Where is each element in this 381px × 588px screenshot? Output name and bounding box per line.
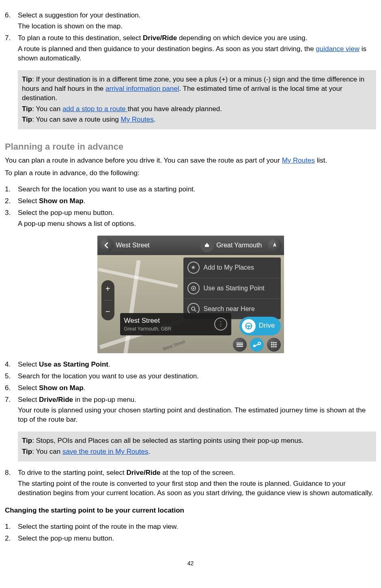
list-marker: 1.	[5, 522, 18, 532]
device-screenshot: West Street West Street Great Yarmouth +…	[97, 236, 284, 353]
more-icon[interactable]: ⋮	[214, 318, 227, 330]
zoom-out-icon[interactable]: −	[105, 306, 110, 317]
step-text: Search for the location you want to use …	[18, 185, 376, 194]
tip-box: Tip: Stops, POIs and Places can all be s…	[18, 431, 376, 461]
svg-point-20	[275, 344, 277, 346]
step-list-b-bottom: 8. To drive to the starting point, selec…	[5, 468, 376, 498]
svg-line-5	[194, 310, 196, 311]
apps-button[interactable]	[267, 338, 281, 352]
menu-add-to-places[interactable]: ★ Add to My Places	[183, 258, 281, 278]
device-topbar: West Street Great Yarmouth	[97, 236, 284, 255]
step-subtext: A route is planned and then guidance to …	[18, 45, 376, 63]
location-card[interactable]: West Street Great Yarmouth, GBR ⋮	[120, 313, 231, 335]
list-marker: 4.	[5, 360, 18, 369]
step-text: To plan a route to this destination, sel…	[18, 34, 376, 43]
step-list-b-mid: 4. Select Use as Starting Point. 5. Sear…	[5, 360, 376, 425]
zoom-control[interactable]: + −	[101, 280, 114, 320]
steering-icon	[242, 319, 256, 333]
add-stop-link[interactable]: add a stop to a route	[62, 105, 128, 113]
topbar-title-left: West Street	[116, 241, 150, 250]
svg-point-17	[275, 342, 277, 343]
drive-button[interactable]: Drive	[239, 317, 281, 335]
save-route-link[interactable]: save the route in My Routes	[62, 448, 149, 455]
subsection-title: Changing the starting point to be your c…	[5, 506, 376, 515]
list-marker: 3.	[5, 208, 18, 218]
step-text: Select Use as Starting Point.	[18, 360, 376, 369]
menu-use-as-starting-point[interactable]: Use as Starting Point	[183, 278, 281, 299]
list-marker: 6.	[5, 11, 18, 20]
step-subtext: A pop-up menu shows a list of options.	[18, 219, 376, 229]
svg-point-22	[273, 346, 275, 348]
svg-point-15	[271, 342, 273, 343]
step-subtext: The starting point of the route is conve…	[18, 479, 376, 498]
svg-point-18	[271, 344, 273, 346]
card-title: West Street	[124, 316, 211, 326]
step-text: Select Drive/Ride in the pop-up menu.	[18, 395, 376, 405]
section-intro: You can plan a route in advance before y…	[5, 156, 376, 165]
list-marker: 1.	[5, 185, 18, 194]
list-marker: 5.	[5, 372, 18, 381]
list-marker: 7.	[5, 395, 18, 405]
step-text: Select Show on Map.	[18, 197, 376, 206]
menu-button[interactable]	[233, 338, 247, 352]
step-list-c: 1. Select the starting point of the rout…	[5, 522, 376, 543]
step-text: To drive to the starting point, select D…	[18, 468, 376, 478]
step-text: Search for the location you want to use …	[18, 372, 376, 381]
svg-point-23	[275, 346, 277, 348]
svg-point-21	[271, 346, 273, 348]
my-routes-section-link[interactable]: My Routes	[282, 157, 315, 164]
svg-point-4	[192, 307, 195, 310]
svg-point-3	[193, 288, 194, 289]
section-lead: To plan a route in advance, do the follo…	[5, 169, 376, 178]
compass-button[interactable]	[268, 238, 282, 252]
my-routes-link[interactable]: My Routes	[121, 116, 154, 123]
back-button[interactable]	[100, 238, 114, 252]
route-button[interactable]	[250, 338, 264, 352]
list-marker: 2.	[5, 534, 18, 543]
card-subtitle: Great Yarmouth, GBR	[124, 326, 211, 332]
popup-menu: ★ Add to My Places Use as Starting Point…	[183, 258, 281, 319]
zoom-in-icon[interactable]: +	[105, 283, 110, 294]
step-list-b-top: 1. Search for the location you want to u…	[5, 185, 376, 229]
svg-rect-1	[206, 243, 208, 245]
step-subtext: Your route is planned using your chosen …	[18, 406, 376, 425]
svg-point-19	[273, 344, 275, 346]
svg-point-16	[273, 342, 275, 343]
tip-box: Tip: If your destination is in a differe…	[18, 70, 376, 130]
step-text: Select Show on Map.	[18, 384, 376, 393]
list-marker: 8.	[5, 468, 18, 478]
star-icon: ★	[187, 262, 200, 274]
step-text: Select the starting point of the route i…	[18, 522, 376, 532]
list-marker: 7.	[5, 34, 18, 43]
step-subtext: The location is shown on the map.	[18, 22, 376, 31]
section-title: Planning a route in advance	[5, 141, 376, 153]
list-marker: 6.	[5, 384, 18, 393]
guidance-view-link[interactable]: guidance view	[316, 45, 359, 53]
list-marker: 2.	[5, 197, 18, 206]
svg-point-13	[253, 345, 256, 347]
arrival-info-link[interactable]: arrival information panel	[105, 85, 179, 92]
step-text: Select the pop-up menu button.	[18, 208, 376, 218]
topbar-title-right: Great Yarmouth	[216, 241, 262, 250]
location-icon	[200, 238, 214, 252]
flag-icon	[187, 282, 200, 294]
page-number: 42	[5, 560, 376, 567]
step-text: Select the pop-up menu button.	[18, 534, 376, 543]
map-street-label: West Street	[162, 338, 186, 352]
step-text: Select a suggestion for your destination…	[18, 11, 376, 20]
step-list-a: 6. Select a suggestion for your destinat…	[5, 11, 376, 63]
